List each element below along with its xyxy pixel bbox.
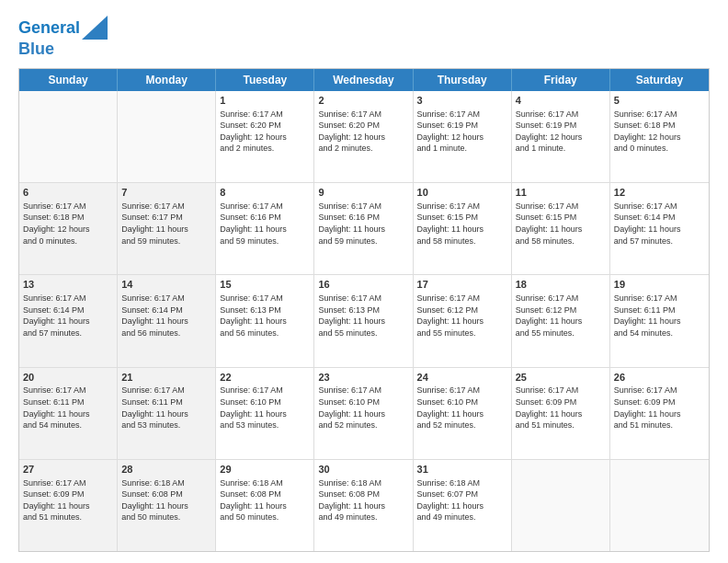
- day-number: 27: [23, 463, 113, 477]
- day-number: 6: [23, 186, 113, 200]
- day-info: Sunrise: 6:17 AM Sunset: 6:12 PM Dayligh…: [417, 293, 507, 339]
- calendar-row-2: 13Sunrise: 6:17 AM Sunset: 6:14 PM Dayli…: [19, 275, 709, 367]
- day-info: Sunrise: 6:17 AM Sunset: 6:10 PM Dayligh…: [220, 385, 310, 431]
- calendar-cell-4-0: 27Sunrise: 6:17 AM Sunset: 6:09 PM Dayli…: [19, 460, 118, 551]
- calendar-cell-3-0: 20Sunrise: 6:17 AM Sunset: 6:11 PM Dayli…: [19, 368, 118, 459]
- calendar-cell-2-2: 15Sunrise: 6:17 AM Sunset: 6:13 PM Dayli…: [216, 275, 314, 366]
- day-info: Sunrise: 6:17 AM Sunset: 6:14 PM Dayligh…: [121, 293, 211, 339]
- page: General Blue SundayMondayTuesdayWednesda…: [0, 0, 728, 563]
- day-number: 20: [23, 371, 113, 385]
- day-number: 7: [121, 186, 211, 200]
- svg-marker-0: [82, 16, 108, 40]
- day-info: Sunrise: 6:17 AM Sunset: 6:10 PM Dayligh…: [318, 385, 408, 431]
- calendar: SundayMondayTuesdayWednesdayThursdayFrid…: [18, 68, 710, 552]
- day-number: 29: [220, 463, 310, 477]
- day-info: Sunrise: 6:18 AM Sunset: 6:07 PM Dayligh…: [417, 477, 507, 523]
- day-info: Sunrise: 6:17 AM Sunset: 6:18 PM Dayligh…: [614, 109, 705, 155]
- logo-text: General: [18, 19, 80, 38]
- calendar-row-4: 27Sunrise: 6:17 AM Sunset: 6:09 PM Dayli…: [19, 460, 709, 551]
- calendar-cell-0-2: 1Sunrise: 6:17 AM Sunset: 6:20 PM Daylig…: [216, 91, 314, 182]
- day-number: 5: [614, 94, 705, 108]
- calendar-cell-0-1: [118, 91, 216, 182]
- calendar-cell-0-0: [19, 91, 118, 182]
- day-info: Sunrise: 6:17 AM Sunset: 6:09 PM Dayligh…: [516, 385, 606, 431]
- calendar-cell-3-6: 26Sunrise: 6:17 AM Sunset: 6:09 PM Dayli…: [610, 368, 709, 459]
- calendar-body: 1Sunrise: 6:17 AM Sunset: 6:20 PM Daylig…: [19, 91, 709, 551]
- day-info: Sunrise: 6:17 AM Sunset: 6:19 PM Dayligh…: [516, 109, 606, 155]
- day-number: 1: [220, 94, 310, 108]
- day-info: Sunrise: 6:17 AM Sunset: 6:15 PM Dayligh…: [516, 201, 606, 247]
- calendar-cell-0-6: 5Sunrise: 6:17 AM Sunset: 6:18 PM Daylig…: [610, 91, 709, 182]
- day-info: Sunrise: 6:17 AM Sunset: 6:10 PM Dayligh…: [417, 385, 507, 431]
- calendar-cell-2-4: 17Sunrise: 6:17 AM Sunset: 6:12 PM Dayli…: [414, 275, 512, 366]
- day-info: Sunrise: 6:17 AM Sunset: 6:20 PM Dayligh…: [220, 109, 310, 155]
- day-number: 14: [121, 278, 211, 292]
- calendar-cell-2-5: 18Sunrise: 6:17 AM Sunset: 6:12 PM Dayli…: [512, 275, 610, 366]
- calendar-cell-4-4: 31Sunrise: 6:18 AM Sunset: 6:07 PM Dayli…: [414, 460, 512, 551]
- day-info: Sunrise: 6:18 AM Sunset: 6:08 PM Dayligh…: [220, 477, 310, 523]
- calendar-row-1: 6Sunrise: 6:17 AM Sunset: 6:18 PM Daylig…: [19, 183, 709, 275]
- calendar-cell-4-3: 30Sunrise: 6:18 AM Sunset: 6:08 PM Dayli…: [314, 460, 413, 551]
- day-info: Sunrise: 6:17 AM Sunset: 6:09 PM Dayligh…: [614, 385, 705, 431]
- day-number: 4: [516, 94, 606, 108]
- day-number: 8: [220, 186, 310, 200]
- calendar-cell-2-6: 19Sunrise: 6:17 AM Sunset: 6:11 PM Dayli…: [610, 275, 709, 366]
- calendar-cell-1-4: 10Sunrise: 6:17 AM Sunset: 6:15 PM Dayli…: [414, 183, 512, 274]
- day-info: Sunrise: 6:18 AM Sunset: 6:08 PM Dayligh…: [121, 477, 211, 523]
- calendar-header: SundayMondayTuesdayWednesdayThursdayFrid…: [19, 69, 709, 91]
- day-number: 3: [417, 94, 507, 108]
- day-info: Sunrise: 6:17 AM Sunset: 6:11 PM Dayligh…: [614, 293, 705, 339]
- day-info: Sunrise: 6:17 AM Sunset: 6:11 PM Dayligh…: [23, 385, 113, 431]
- calendar-cell-4-2: 29Sunrise: 6:18 AM Sunset: 6:08 PM Dayli…: [216, 460, 314, 551]
- calendar-cell-4-1: 28Sunrise: 6:18 AM Sunset: 6:08 PM Dayli…: [118, 460, 216, 551]
- header-day-thursday: Thursday: [414, 69, 512, 91]
- header-day-wednesday: Wednesday: [314, 69, 413, 91]
- day-number: 26: [614, 371, 705, 385]
- day-number: 12: [614, 186, 705, 200]
- calendar-cell-1-6: 12Sunrise: 6:17 AM Sunset: 6:14 PM Dayli…: [610, 183, 709, 274]
- calendar-cell-4-6: [610, 460, 709, 551]
- day-info: Sunrise: 6:17 AM Sunset: 6:16 PM Dayligh…: [318, 201, 408, 247]
- day-info: Sunrise: 6:17 AM Sunset: 6:14 PM Dayligh…: [614, 201, 705, 247]
- day-info: Sunrise: 6:17 AM Sunset: 6:18 PM Dayligh…: [23, 201, 113, 247]
- calendar-cell-1-1: 7Sunrise: 6:17 AM Sunset: 6:17 PM Daylig…: [118, 183, 216, 274]
- calendar-cell-3-1: 21Sunrise: 6:17 AM Sunset: 6:11 PM Dayli…: [118, 368, 216, 459]
- calendar-cell-4-5: [512, 460, 610, 551]
- logo: General Blue: [18, 17, 108, 59]
- header-day-friday: Friday: [512, 69, 610, 91]
- calendar-row-3: 20Sunrise: 6:17 AM Sunset: 6:11 PM Dayli…: [19, 368, 709, 460]
- calendar-cell-3-4: 24Sunrise: 6:17 AM Sunset: 6:10 PM Dayli…: [414, 368, 512, 459]
- day-info: Sunrise: 6:17 AM Sunset: 6:17 PM Dayligh…: [121, 201, 211, 247]
- day-info: Sunrise: 6:17 AM Sunset: 6:13 PM Dayligh…: [318, 293, 408, 339]
- day-number: 2: [318, 94, 408, 108]
- calendar-cell-0-3: 2Sunrise: 6:17 AM Sunset: 6:20 PM Daylig…: [314, 91, 413, 182]
- logo-icon: [82, 15, 108, 40]
- calendar-cell-3-2: 22Sunrise: 6:17 AM Sunset: 6:10 PM Dayli…: [216, 368, 314, 459]
- day-info: Sunrise: 6:17 AM Sunset: 6:19 PM Dayligh…: [417, 109, 507, 155]
- day-number: 23: [318, 371, 408, 385]
- day-number: 18: [516, 278, 606, 292]
- day-number: 30: [318, 463, 408, 477]
- calendar-cell-1-3: 9Sunrise: 6:17 AM Sunset: 6:16 PM Daylig…: [314, 183, 413, 274]
- calendar-cell-1-2: 8Sunrise: 6:17 AM Sunset: 6:16 PM Daylig…: [216, 183, 314, 274]
- day-number: 13: [23, 278, 113, 292]
- day-number: 31: [417, 463, 507, 477]
- day-info: Sunrise: 6:17 AM Sunset: 6:12 PM Dayligh…: [516, 293, 606, 339]
- calendar-cell-1-5: 11Sunrise: 6:17 AM Sunset: 6:15 PM Dayli…: [512, 183, 610, 274]
- calendar-cell-3-3: 23Sunrise: 6:17 AM Sunset: 6:10 PM Dayli…: [314, 368, 413, 459]
- day-number: 17: [417, 278, 507, 292]
- day-number: 21: [121, 371, 211, 385]
- day-number: 24: [417, 371, 507, 385]
- day-number: 15: [220, 278, 310, 292]
- logo-general: General: [18, 18, 80, 37]
- day-info: Sunrise: 6:17 AM Sunset: 6:14 PM Dayligh…: [23, 293, 113, 339]
- calendar-cell-2-0: 13Sunrise: 6:17 AM Sunset: 6:14 PM Dayli…: [19, 275, 118, 366]
- header-day-saturday: Saturday: [610, 69, 709, 91]
- calendar-cell-0-4: 3Sunrise: 6:17 AM Sunset: 6:19 PM Daylig…: [414, 91, 512, 182]
- calendar-cell-1-0: 6Sunrise: 6:17 AM Sunset: 6:18 PM Daylig…: [19, 183, 118, 274]
- calendar-cell-2-3: 16Sunrise: 6:17 AM Sunset: 6:13 PM Dayli…: [314, 275, 413, 366]
- header-day-monday: Monday: [118, 69, 216, 91]
- header-day-sunday: Sunday: [19, 69, 118, 91]
- logo-blue: Blue: [18, 40, 54, 58]
- calendar-cell-0-5: 4Sunrise: 6:17 AM Sunset: 6:19 PM Daylig…: [512, 91, 610, 182]
